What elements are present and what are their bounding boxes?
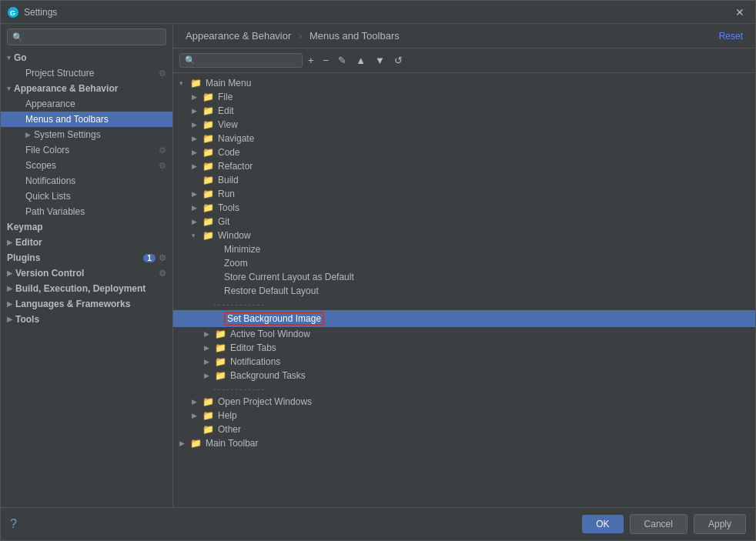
arrow-icon: ▶	[25, 131, 31, 139]
sidebar-search-box[interactable]: 🔍	[7, 28, 166, 45]
expand-icon: ▶	[192, 398, 202, 406]
sidebar-item-menus-toolbars[interactable]: Menus and Toolbars	[1, 112, 172, 127]
sidebar-item-quick-lists[interactable]: Quick Lists	[1, 189, 172, 204]
tree-item-editor-tabs[interactable]: ▶ 📁 Editor Tabs	[173, 341, 755, 355]
sidebar-item-go[interactable]: ▾ Go	[1, 50, 172, 65]
footer: ? OK Cancel Apply	[1, 507, 755, 540]
ok-button[interactable]: OK	[582, 515, 623, 533]
tree-search-input[interactable]	[198, 56, 297, 65]
expand-icon: ▶	[204, 344, 215, 352]
breadcrumb-separator: ›	[299, 30, 302, 42]
expand-icon: ▶	[204, 330, 215, 338]
dialog-title: Settings	[24, 7, 731, 18]
tree-item-run[interactable]: ▶ 📁 Run	[173, 187, 755, 201]
tree-item-notifications[interactable]: ▶ 📁 Notifications	[173, 355, 755, 369]
folder-icon: 📁	[202, 396, 214, 407]
sidebar-item-keymap[interactable]: Keymap	[1, 219, 172, 235]
apply-button[interactable]: Apply	[694, 514, 746, 534]
sidebar-item-appearance[interactable]: Appearance	[1, 96, 172, 112]
sidebar: 🔍 ▾ Go Project Structure ⚙ ▾ Appearance …	[1, 24, 173, 507]
folder-icon: 📁	[202, 119, 214, 130]
expand-icon: ▶	[204, 358, 215, 366]
arrow-icon: ▶	[7, 316, 12, 323]
sidebar-item-editor[interactable]: ▶ Editor	[1, 235, 172, 250]
sidebar-item-build-exec-deploy[interactable]: ▶ Build, Execution, Deployment	[1, 281, 172, 296]
tree-item-file[interactable]: ▶ 📁 File	[173, 90, 755, 104]
tree-item-build[interactable]: ▶ 📁 Build	[173, 173, 755, 187]
search-icon: 🔍	[185, 55, 196, 65]
tree-item-tools-menu[interactable]: ▶ 📁 Tools	[173, 201, 755, 215]
sidebar-item-project-structure[interactable]: Project Structure ⚙	[1, 65, 172, 81]
move-up-button[interactable]: ▲	[352, 53, 370, 68]
close-button[interactable]: ✕	[731, 5, 749, 19]
sidebar-item-tools[interactable]: ▶ Tools	[1, 312, 172, 327]
tree-search-box[interactable]: 🔍	[179, 53, 303, 68]
expand-icon: ▶	[179, 439, 190, 447]
tree-item-main-menu[interactable]: ▾ 📁 Main Menu	[173, 76, 755, 90]
sidebar-item-version-control[interactable]: ▶ Version Control ⚙	[1, 265, 172, 281]
tree-item-view[interactable]: ▶ 📁 View	[173, 118, 755, 132]
tree-item-zoom[interactable]: ▶ Zoom	[173, 256, 755, 270]
cancel-button[interactable]: Cancel	[630, 514, 687, 534]
folder-icon: 📁	[202, 133, 214, 144]
tree-item-minimize[interactable]: ▶ Minimize	[173, 242, 755, 256]
edit-item-button[interactable]: ✎	[334, 53, 350, 68]
plugins-badge: 1	[143, 254, 156, 262]
folder-icon: 📁	[202, 92, 214, 102]
tree-item-code[interactable]: ▶ 📁 Code	[173, 145, 755, 159]
tree-item-navigate[interactable]: ▶ 📁 Navigate	[173, 132, 755, 145]
remove-item-button[interactable]: −	[319, 53, 333, 68]
menu-tree: ▾ 📁 Main Menu ▶ 📁 File ▶ 📁 Edit	[173, 73, 755, 507]
folder-icon: 📁	[202, 230, 214, 241]
move-down-button[interactable]: ▼	[371, 53, 389, 68]
tree-item-active-tool-window[interactable]: ▶ 📁 Active Tool Window	[173, 327, 755, 341]
tree-item-other[interactable]: ▶ 📁 Other	[173, 422, 755, 436]
sidebar-item-languages-frameworks[interactable]: ▶ Languages & Frameworks	[1, 296, 172, 312]
folder-icon: 📁	[202, 161, 214, 172]
tree-item-background-tasks[interactable]: ▶ 📁 Background Tasks	[173, 369, 755, 382]
folder-icon: 📁	[202, 105, 214, 116]
expand-icon: ▶	[204, 372, 215, 379]
tree-item-store-layout[interactable]: ▶ Store Current Layout as Default	[173, 270, 755, 284]
help-button[interactable]: ?	[10, 517, 17, 531]
sidebar-search-input[interactable]	[26, 32, 161, 42]
tree-item-refactor[interactable]: ▶ 📁 Refactor	[173, 159, 755, 173]
sidebar-item-path-variables[interactable]: Path Variables	[1, 204, 172, 219]
tree-item-help[interactable]: ▶ 📁 Help	[173, 409, 755, 422]
sidebar-item-system-settings[interactable]: ▶ System Settings	[1, 127, 172, 142]
tree-item-set-bg-image[interactable]: ▶ Set Background Image	[173, 310, 755, 327]
reset-button[interactable]: Reset	[719, 31, 743, 42]
app-icon: G	[7, 6, 19, 18]
tree-item-git[interactable]: ▶ 📁 Git	[173, 215, 755, 229]
expand-icon: ▶	[192, 135, 202, 142]
folder-icon: 📁	[202, 216, 214, 227]
svg-text:G: G	[10, 9, 15, 17]
sidebar-item-appearance-behavior[interactable]: ▾ Appearance & Behavior	[1, 81, 172, 96]
title-bar: G Settings ✕	[1, 1, 755, 24]
tree-item-open-project-windows[interactable]: ▶ 📁 Open Project Windows	[173, 395, 755, 409]
tree-item-main-toolbar[interactable]: ▶ 📁 Main Toolbar	[173, 436, 755, 450]
expand-icon: ▶	[192, 204, 202, 212]
folder-icon: 📁	[215, 356, 226, 367]
folder-icon: 📁	[202, 189, 214, 199]
folder-icon: 📁	[202, 410, 214, 421]
sidebar-item-file-colors[interactable]: File Colors ⚙	[1, 142, 172, 158]
expand-icon: ▶	[192, 107, 202, 115]
breadcrumb-current: Menus and Toolbars	[309, 30, 400, 42]
expand-icon: ▶	[192, 190, 202, 198]
expand-icon: ▶	[192, 412, 202, 419]
sidebar-item-plugins[interactable]: Plugins 1 ⚙	[1, 250, 172, 265]
add-item-button[interactable]: +	[304, 53, 318, 68]
reset-item-button[interactable]: ↺	[390, 53, 406, 68]
main-content: 🔍 ▾ Go Project Structure ⚙ ▾ Appearance …	[1, 24, 755, 507]
expand-icon: ▶	[192, 218, 202, 225]
breadcrumb-parent: Appearance & Behavior	[186, 30, 291, 42]
expand-icon: ▾	[179, 79, 190, 87]
tree-separator-2: ------------	[173, 382, 755, 395]
tree-item-window[interactable]: ▾ 📁 Window	[173, 229, 755, 242]
sidebar-item-notifications[interactable]: Notifications	[1, 173, 172, 189]
tree-item-edit[interactable]: ▶ 📁 Edit	[173, 104, 755, 118]
tree-item-restore-layout[interactable]: ▶ Restore Default Layout	[173, 284, 755, 298]
sidebar-item-scopes[interactable]: Scopes ⚙	[1, 158, 172, 173]
folder-icon: 📁	[215, 370, 226, 381]
